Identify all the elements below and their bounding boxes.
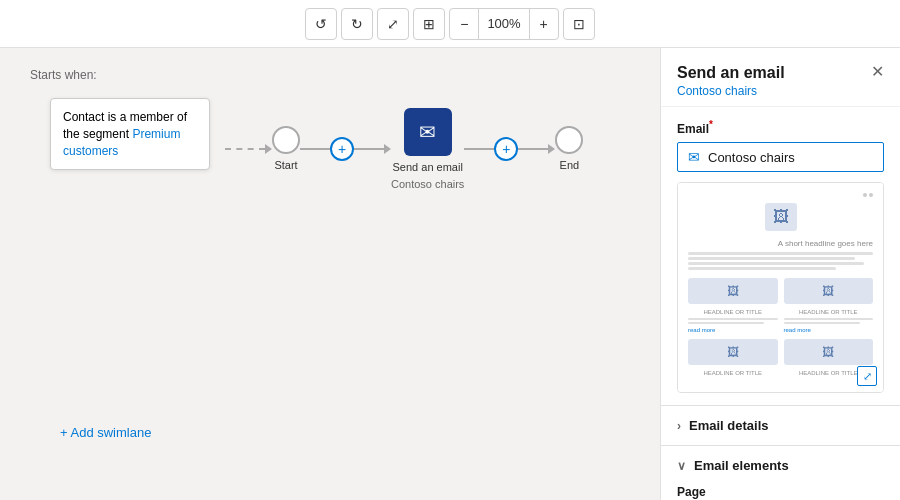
flow-area: Start + ✉ Send an email Contoso chairs + — [225, 108, 583, 190]
email-field-label: Email* — [677, 119, 884, 136]
zoom-level-label: 100% — [478, 9, 529, 39]
preview-col-2: 🖼 HEADLINE OR TITLE read more — [784, 278, 874, 333]
preview-header-bar — [688, 193, 873, 197]
email-action-icon: ✉ — [404, 108, 452, 156]
arrow-2 — [384, 144, 391, 154]
preview-two-col-2: 🖼 HEADLINE OR TITLE 🖼 HEADLINE OR TITLE — [688, 339, 873, 376]
add-between-start[interactable]: + — [330, 137, 354, 161]
preview-col-3: 🖼 HEADLINE OR TITLE — [688, 339, 778, 376]
map-button[interactable]: ⊞ — [413, 8, 445, 40]
end-circle — [555, 126, 583, 154]
preview-col-label-2: HEADLINE OR TITLE — [784, 309, 874, 315]
preview-col-lines-1 — [688, 318, 778, 324]
preview-col-line-3 — [784, 318, 874, 320]
preview-two-col-1: 🖼 HEADLINE OR TITLE read more 🖼 HEADLINE… — [688, 278, 873, 333]
preview-line-1 — [688, 252, 873, 255]
dashed-connector-1 — [225, 148, 265, 150]
email-details-section: › Email details — [661, 405, 900, 445]
end-label: End — [560, 158, 580, 172]
connector-5 — [518, 148, 548, 150]
preview-col-image-1: 🖼 — [688, 278, 778, 304]
preview-col-1: 🖼 HEADLINE OR TITLE read more — [688, 278, 778, 333]
trigger-node[interactable]: Contact is a member of the segment Premi… — [50, 98, 210, 170]
preview-link-2: read more — [784, 327, 874, 333]
preview-dots — [863, 193, 873, 197]
add-between-action-end[interactable]: + — [494, 137, 518, 161]
preview-link-1: read more — [688, 327, 778, 333]
end-node[interactable]: End — [555, 126, 583, 172]
preview-dot-1 — [863, 193, 867, 197]
main-area: Starts when: Contact is a member of the … — [0, 48, 900, 500]
connector-4 — [464, 148, 494, 150]
expand-button[interactable]: ⤢ — [377, 8, 409, 40]
preview-text-lines — [688, 252, 873, 270]
connector-2 — [300, 148, 330, 150]
preview-inner: 🖼 A short headline goes here 🖼 HEADLINE … — [678, 183, 883, 392]
undo-button[interactable]: ↺ — [305, 8, 337, 40]
panel-header: Send an email Contoso chairs ✕ — [661, 48, 900, 107]
preview-col-label-1: HEADLINE OR TITLE — [688, 309, 778, 315]
connector-3 — [354, 148, 384, 150]
zoom-control: − 100% + — [449, 8, 558, 40]
action-title-label: Send an email — [393, 160, 463, 174]
fit-button[interactable]: ⊡ — [563, 8, 595, 40]
zoom-out-button[interactable]: − — [450, 9, 478, 39]
zoom-in-button[interactable]: + — [530, 9, 558, 39]
preview-col-line-1 — [688, 318, 778, 320]
email-elements-label: Email elements — [694, 458, 789, 473]
panel-title-block: Send an email Contoso chairs — [677, 64, 785, 98]
preview-dot-2 — [869, 193, 873, 197]
envelope-icon: ✉ — [688, 149, 700, 165]
preview-col-lines-2 — [784, 318, 874, 324]
canvas[interactable]: Starts when: Contact is a member of the … — [0, 48, 660, 500]
right-panel: Send an email Contoso chairs ✕ Email* ✉ … — [660, 48, 900, 500]
close-button[interactable]: ✕ — [871, 64, 884, 80]
redo-button[interactable]: ↻ — [341, 8, 373, 40]
email-elements-chevron-down-icon: ∨ — [677, 459, 686, 473]
email-select[interactable]: ✉ Contoso chairs — [677, 142, 884, 172]
preview-line-2 — [688, 257, 855, 260]
email-elements-content: Page ✕ + Add item — [677, 485, 884, 500]
swimlane-container: Starts when: Contact is a member of the … — [30, 68, 640, 480]
add-swimlane-button[interactable]: + Add swimlane — [60, 425, 151, 440]
arrow-1 — [265, 144, 272, 154]
preview-expand-button[interactable]: ⤢ — [857, 366, 877, 386]
preview-hero-image: 🖼 — [765, 203, 797, 231]
preview-col-image-3: 🖼 — [688, 339, 778, 365]
email-details-header[interactable]: › Email details — [677, 418, 884, 433]
preview-line-3 — [688, 262, 864, 265]
start-node[interactable]: Start — [272, 126, 300, 172]
email-details-label: Email details — [689, 418, 768, 433]
action-subtitle-label: Contoso chairs — [391, 178, 464, 190]
preview-col-label-3: HEADLINE OR TITLE — [688, 370, 778, 376]
send-email-node[interactable]: ✉ Send an email Contoso chairs — [391, 108, 464, 190]
preview-hero: 🖼 — [688, 203, 873, 231]
email-elements-section: ∨ Email elements Page ✕ + Add item — [661, 445, 900, 500]
preview-col-image-4: 🖼 — [784, 339, 874, 365]
preview-col-line-4 — [784, 322, 860, 324]
email-section: Email* ✉ Contoso chairs 🖼 — [661, 107, 900, 405]
toolbar: ↺ ↻ ⤢ ⊞ − 100% + ⊡ — [0, 0, 900, 48]
panel-title: Send an email — [677, 64, 785, 82]
arrow-3 — [548, 144, 555, 154]
email-select-text: Contoso chairs — [708, 150, 795, 165]
preview-headline: A short headline goes here — [688, 239, 873, 248]
starts-when-label: Starts when: — [30, 68, 640, 82]
preview-line-4 — [688, 267, 836, 270]
email-details-chevron-right-icon: › — [677, 419, 681, 433]
email-elements-header[interactable]: ∨ Email elements — [677, 458, 884, 473]
email-preview: 🖼 A short headline goes here 🖼 HEADLINE … — [677, 182, 884, 393]
panel-subtitle[interactable]: Contoso chairs — [677, 84, 785, 98]
preview-col-image-2: 🖼 — [784, 278, 874, 304]
page-field-label: Page — [677, 485, 884, 499]
start-label: Start — [274, 158, 297, 172]
start-circle — [272, 126, 300, 154]
preview-col-line-2 — [688, 322, 764, 324]
